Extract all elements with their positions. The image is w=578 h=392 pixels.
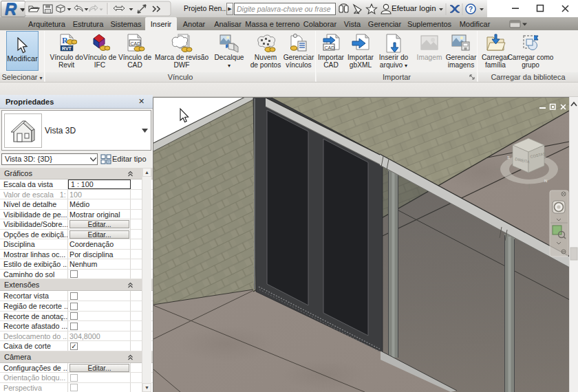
svg-text:CAD: CAD: [131, 41, 141, 46]
svg-text:N: N: [544, 179, 547, 183]
svg-text:?: ?: [469, 6, 473, 13]
svg-text:S: S: [507, 155, 510, 160]
svg-text:RVT: RVT: [62, 46, 72, 51]
svg-text:CAD: CAD: [325, 45, 335, 50]
